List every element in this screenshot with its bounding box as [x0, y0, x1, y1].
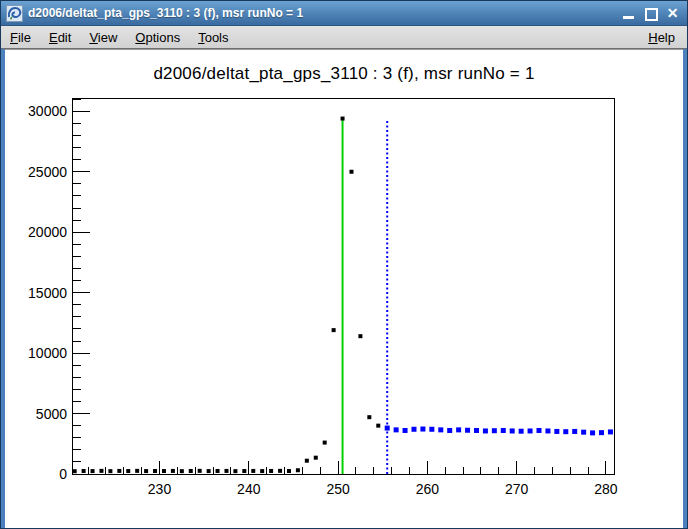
minimize-icon[interactable]	[620, 6, 637, 21]
menu-item-edit[interactable]: Edit	[46, 28, 80, 47]
y-tick-label: 15000	[28, 285, 67, 301]
y-axis: 050001000015000200002500030000	[28, 99, 90, 482]
root-app-icon[interactable]	[6, 5, 23, 22]
y-tick-label: 0	[59, 466, 67, 482]
menu-item-help[interactable]: Help	[645, 28, 679, 47]
titlebar[interactable]: d2006/deltat_pta_gps_3110 : 3 (f), msr r…	[1, 1, 687, 26]
x-tick-label: 240	[237, 481, 261, 497]
y-tick-label: 30000	[28, 103, 67, 119]
x-tick-label: 250	[326, 481, 350, 497]
x-axis: 230240250260270280	[88, 461, 618, 497]
y-tick-label: 25000	[28, 164, 67, 180]
menu-item-file[interactable]: File	[7, 28, 40, 47]
y-tick-label: 5000	[36, 406, 67, 422]
series-raw-histogram	[73, 117, 381, 474]
menu-item-view[interactable]: View	[86, 28, 126, 47]
x-tick-label: 280	[594, 481, 618, 497]
x-tick-label: 230	[148, 481, 172, 497]
series-post-t0-histogram	[385, 426, 613, 436]
menu-item-tools[interactable]: Tools	[195, 28, 237, 47]
close-icon[interactable]: ✕	[664, 6, 681, 21]
x-tick-label: 260	[416, 481, 440, 497]
chart-area[interactable]: 2302402502602702800500010000150002000025…	[5, 50, 683, 528]
y-tick-label: 20000	[28, 224, 67, 240]
plot-canvas[interactable]: d2006/deltat_pta_gps_3110 : 3 (f), msr r…	[5, 49, 683, 528]
root-canvas-window: d2006/deltat_pta_gps_3110 : 3 (f), msr r…	[0, 0, 688, 529]
menubar: FileEditViewOptionsToolsHelp	[1, 26, 687, 49]
menu-item-options[interactable]: Options	[132, 28, 189, 47]
window-title: d2006/deltat_pta_gps_3110 : 3 (f), msr r…	[28, 6, 620, 20]
y-tick-label: 10000	[28, 345, 67, 361]
maximize-icon[interactable]	[642, 6, 659, 21]
x-tick-label: 270	[505, 481, 529, 497]
